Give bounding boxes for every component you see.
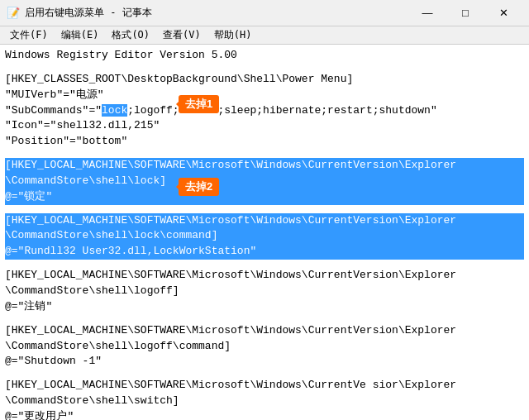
- reg-line: [HKEY_LOCAL_MACHINE\SOFTWARE\Microsoft\W…: [5, 323, 524, 339]
- reg-line: [HKEY_CLASSES_ROOT\DesktopBackground\She…: [5, 72, 524, 88]
- menu-edit[interactable]: 编辑(E): [55, 26, 106, 44]
- reg-line: \CommandStore\shell\logoff]: [5, 284, 524, 299]
- window-title: 启用右键电源菜单 - 记事本: [25, 6, 408, 20]
- reg-line: @="注销": [5, 299, 524, 315]
- content-wrapper: 去掉1 去掉2 Windows Registry Editor Version …: [5, 48, 524, 420]
- reg-line: "Position"="bottom": [5, 134, 524, 150]
- highlighted-line: @="锁定": [5, 189, 524, 205]
- menu-format[interactable]: 格式(O): [105, 26, 156, 44]
- window-controls: — □ ✕: [408, 0, 522, 26]
- blank-line: [5, 205, 524, 213]
- reg-line: @="Shutdown -1": [5, 354, 524, 370]
- reg-line: @="更改用户": [5, 409, 524, 420]
- menu-view[interactable]: 查看(V): [156, 26, 207, 44]
- blank-line: [5, 260, 524, 268]
- blank-line: [5, 370, 524, 378]
- app-icon: 📝: [7, 7, 20, 20]
- blank-line: [5, 64, 524, 72]
- blank-line: [5, 150, 524, 158]
- reg-line: "MUIVerb"="电源": [5, 88, 524, 103]
- minimize-button[interactable]: —: [408, 0, 446, 26]
- maximize-button[interactable]: □: [446, 0, 484, 26]
- highlighted-line: @="Rundll32 User32.dll,LockWorkStation": [5, 244, 524, 260]
- close-button[interactable]: ✕: [484, 0, 522, 26]
- annotation-remove-1: 去掉1: [179, 95, 219, 113]
- highlighted-line: \CommandStore\shell\lock]: [5, 174, 524, 189]
- highlighted-line: [HKEY_LOCAL_MACHINE\SOFTWARE\Microsoft\W…: [5, 158, 524, 174]
- highlighted-line: \CommandStore\shell\lock\command]: [5, 228, 524, 244]
- reg-line: [HKEY_LOCAL_MACHINE\SOFTWARE\Microsoft\W…: [5, 378, 524, 394]
- inline-highlight: lock: [102, 104, 127, 117]
- reg-line: [HKEY_LOCAL_MACHINE\SOFTWARE\Microsoft\W…: [5, 268, 524, 284]
- highlighted-line: [HKEY_LOCAL_MACHINE\SOFTWARE\Microsoft\W…: [5, 213, 524, 229]
- editor-content[interactable]: 去掉1 去掉2 Windows Registry Editor Version …: [0, 45, 529, 420]
- menu-bar: 文件(F) 编辑(E) 格式(O) 查看(V) 帮助(H): [0, 26, 529, 45]
- menu-file[interactable]: 文件(F): [3, 26, 55, 44]
- reg-line: \CommandStore\shell\switch]: [5, 394, 524, 409]
- annotation-remove-2: 去掉2: [179, 178, 219, 196]
- reg-line: \CommandStore\shell\logoff\command]: [5, 339, 524, 355]
- partial-highlight-line: "SubCommands"="lock;logoff;switch;sleep;…: [5, 103, 524, 119]
- title-bar: 📝 启用右键电源菜单 - 记事本 — □ ✕: [0, 0, 529, 26]
- reg-line: Windows Registry Editor Version 5.00: [5, 48, 524, 64]
- menu-help[interactable]: 帮助(H): [207, 26, 259, 44]
- blank-line: [5, 315, 524, 323]
- reg-line: "Icon"="shell32.dll,215": [5, 118, 524, 134]
